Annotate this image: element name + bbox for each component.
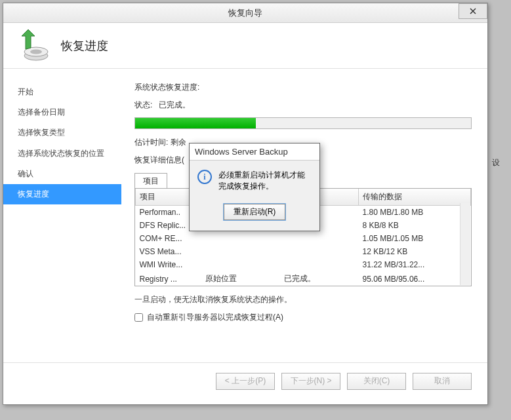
table-cell: 8 KB/8 KB [359, 219, 471, 232]
table-row[interactable]: WMI Write...31.22 MB/31.22... [136, 258, 471, 271]
eta-label: 估计时间: [134, 138, 168, 147]
close-icon [470, 8, 476, 14]
sidebar-item-location[interactable]: 选择系统状态恢复的位置 [3, 143, 121, 164]
sidebar-item-type[interactable]: 选择恢复类型 [3, 123, 121, 143]
table-row[interactable]: Registry ...原始位置已完成。95.06 MB/95.06... [136, 271, 471, 286]
table-cell: WMI Write... [136, 258, 201, 271]
table-cell: VSS Meta... [136, 245, 201, 258]
status-label: 状态: [134, 100, 152, 109]
sidebar-item-confirm[interactable]: 确认 [3, 164, 121, 184]
restart-dialog: Windows Server Backup i 必须重新启动计算机才能完成恢复操… [189, 143, 320, 231]
status-value: 已完成。 [159, 100, 190, 109]
dialog-title: Windows Server Backup [190, 143, 319, 161]
table-cell: Registry ... [136, 271, 201, 286]
restore-icon [16, 29, 49, 62]
dialog-message: 必须重新启动计算机才能完成恢复操作。 [218, 170, 312, 192]
table-cell [280, 258, 359, 271]
dialog-footer: 重新启动(R) [190, 197, 319, 231]
table-cell: 原始位置 [201, 271, 280, 286]
close-wizard-button[interactable]: 关闭(C) [347, 373, 406, 390]
status-line: 状态: 已完成。 [134, 100, 472, 111]
page-title: 恢复进度 [61, 38, 108, 54]
progress-label: 系统状态恢复进度: [134, 82, 472, 93]
titlebar: 恢复向导 [3, 3, 487, 23]
sidebar: 开始 选择备份日期 选择恢复类型 选择系统状态恢复的位置 确认 恢复进度 [3, 69, 121, 362]
eta-value: 剩余 [171, 138, 186, 147]
table-cell [201, 232, 280, 245]
progress-fill [135, 118, 256, 128]
progress-bar [134, 117, 472, 129]
auto-reboot-label: 自动重新引导服务器以完成恢复过程(A) [147, 312, 283, 323]
col-data[interactable]: 传输的数据 [359, 189, 471, 206]
restart-button[interactable]: 重新启动(R) [224, 204, 286, 220]
info-icon: i [197, 170, 212, 184]
warning-note: 一旦启动，便无法取消恢复系统状态的操作。 [134, 294, 472, 305]
table-row[interactable]: VSS Meta...12 KB/12 KB [136, 245, 471, 258]
footer: < 上一步(P) 下一步(N) > 关闭(C) 取消 [3, 362, 487, 399]
auto-reboot-checkbox[interactable] [134, 313, 143, 322]
sidebar-item-date[interactable]: 选择备份日期 [3, 102, 121, 123]
table-cell: 1.80 MB/1.80 MB [359, 206, 471, 220]
background-text: 设 [492, 157, 500, 168]
table-row[interactable]: COM+ RE...1.05 MB/1.05 MB [136, 232, 471, 245]
table-cell [201, 258, 280, 271]
table-cell: 已完成。 [280, 271, 359, 286]
table-cell: 12 KB/12 KB [359, 245, 471, 258]
window-title: 恢复向导 [228, 7, 262, 19]
close-button[interactable] [459, 3, 487, 19]
table-cell [201, 245, 280, 258]
header: 恢复进度 [3, 23, 487, 69]
sidebar-item-start[interactable]: 开始 [3, 82, 121, 102]
scrollbar[interactable] [460, 203, 470, 285]
cancel-button[interactable]: 取消 [413, 373, 472, 390]
table-cell: 31.22 MB/31.22... [359, 258, 471, 271]
next-button[interactable]: 下一步(N) > [281, 373, 340, 390]
dialog-body: i 必须重新启动计算机才能完成恢复操作。 [190, 161, 319, 197]
table-cell: 95.06 MB/95.06... [359, 271, 471, 286]
tab-items[interactable]: 项目 [134, 173, 167, 189]
table-cell [280, 232, 359, 245]
prev-button[interactable]: < 上一步(P) [216, 373, 275, 390]
svg-point-2 [30, 49, 42, 54]
table-cell: COM+ RE... [136, 232, 201, 245]
auto-reboot-row[interactable]: 自动重新引导服务器以完成恢复过程(A) [134, 312, 472, 323]
table-cell: 1.05 MB/1.05 MB [359, 232, 471, 245]
table-cell [280, 245, 359, 258]
sidebar-item-progress[interactable]: 恢复进度 [3, 184, 121, 204]
